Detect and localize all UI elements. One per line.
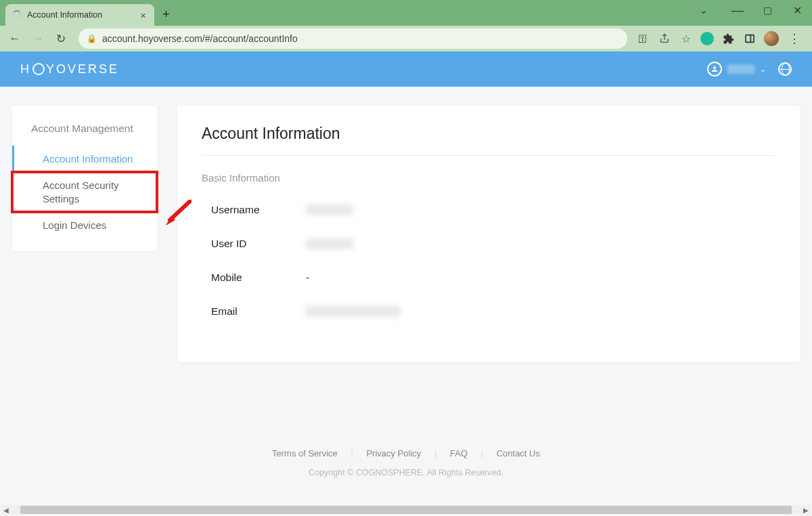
- minimize-button[interactable]: ―: [723, 3, 752, 18]
- svg-rect-0: [746, 35, 754, 43]
- share-icon[interactable]: [657, 31, 672, 46]
- page-title: Account Information: [202, 125, 775, 156]
- main-panel: Account Information Basic Information Us…: [177, 106, 800, 362]
- side-panel-icon[interactable]: [742, 31, 757, 46]
- email-value: [306, 306, 401, 317]
- browser-toolbar: ← → ↻ 🔒 account.hoyoverse.com/#/account/…: [0, 26, 812, 51]
- field-label: Username: [211, 204, 306, 216]
- scrollbar-thumb[interactable]: [20, 506, 792, 514]
- loading-spinner-icon: [12, 10, 22, 20]
- field-label: Email: [211, 305, 306, 318]
- reload-button[interactable]: ↻: [51, 29, 70, 48]
- svg-point-2: [713, 66, 716, 69]
- key-icon[interactable]: ⚿: [635, 31, 650, 46]
- footer-link-privacy[interactable]: Privacy Policy: [362, 448, 425, 458]
- field-label: User ID: [211, 238, 306, 250]
- tab-title: Account Information: [27, 10, 102, 20]
- info-row-email: Email: [202, 295, 775, 328]
- scroll-right-icon[interactable]: ▶: [801, 507, 811, 514]
- address-bar[interactable]: 🔒 account.hoyoverse.com/#/account/accoun…: [78, 28, 627, 49]
- url-text: account.hoyoverse.com/#/account/accountI…: [102, 33, 298, 44]
- userid-value: [306, 238, 353, 249]
- close-window-button[interactable]: ✕: [782, 4, 812, 17]
- forward-button[interactable]: →: [28, 29, 47, 48]
- chevron-down-icon[interactable]: ⌄: [689, 5, 719, 16]
- browser-tab-strip: Account Information × + ⌄ ― ▢ ✕: [0, 0, 812, 26]
- site-footer: Terms of Service | Privacy Policy | FAQ …: [0, 448, 812, 477]
- sidebar-item-label: Account Security Settings: [43, 179, 119, 205]
- extension-icon[interactable]: [700, 32, 714, 45]
- footer-link-contact[interactable]: Contact Us: [493, 448, 544, 458]
- chevron-down-icon: ⌄: [760, 65, 766, 74]
- browser-tab[interactable]: Account Information ×: [5, 4, 154, 26]
- user-icon: [707, 62, 722, 77]
- field-label: Mobile: [211, 272, 306, 284]
- section-heading: Basic Information: [202, 172, 775, 184]
- sidebar-item-label: Login Devices: [43, 219, 106, 231]
- copyright-text: Copyright © COGNOSPHERE. All Rights Rese…: [0, 468, 812, 477]
- info-row-mobile: Mobile -: [202, 261, 775, 295]
- page-body: Account Management Account Information A…: [0, 87, 812, 516]
- sidebar: Account Management Account Information A…: [12, 106, 157, 251]
- info-row-username: Username: [202, 193, 775, 227]
- window-controls: ⌄ ― ▢ ✕: [689, 0, 812, 20]
- sidebar-item-label: Account Information: [43, 153, 133, 165]
- maximize-button[interactable]: ▢: [752, 5, 782, 16]
- username-display: [727, 64, 754, 74]
- site-header: HYOVERSE ⌄: [0, 51, 812, 87]
- username-value: [306, 205, 353, 215]
- language-icon[interactable]: [778, 62, 792, 76]
- info-row-userid: User ID: [202, 227, 775, 261]
- close-tab-icon[interactable]: ×: [139, 9, 148, 21]
- sidebar-heading: Account Management: [12, 122, 157, 146]
- horizontal-scrollbar[interactable]: ◀ ▶: [1, 505, 811, 515]
- scroll-left-icon[interactable]: ◀: [1, 507, 11, 514]
- sidebar-item-login-devices[interactable]: Login Devices: [12, 212, 157, 239]
- back-button[interactable]: ←: [5, 29, 24, 48]
- brand-logo[interactable]: HYOVERSE: [20, 62, 119, 77]
- profile-avatar[interactable]: [764, 31, 779, 46]
- mobile-value: -: [306, 272, 309, 284]
- user-menu[interactable]: ⌄: [707, 62, 766, 77]
- footer-link-faq[interactable]: FAQ: [446, 448, 472, 458]
- kebab-menu-icon[interactable]: ⋮: [786, 31, 803, 46]
- sidebar-item-security-settings[interactable]: Account Security Settings: [12, 172, 157, 212]
- footer-link-tos[interactable]: Terms of Service: [268, 448, 342, 458]
- new-tab-button[interactable]: +: [162, 7, 170, 22]
- star-icon[interactable]: ☆: [679, 31, 694, 46]
- lock-icon: 🔒: [87, 34, 97, 43]
- sidebar-item-account-info[interactable]: Account Information: [12, 146, 157, 173]
- puzzle-icon[interactable]: [721, 31, 736, 46]
